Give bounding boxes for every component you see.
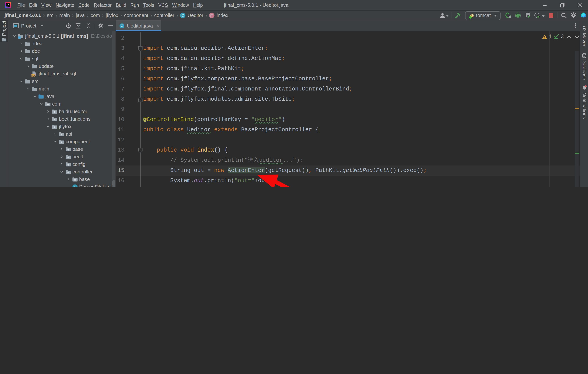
svg-text:IJ: IJ <box>6 3 9 6</box>
